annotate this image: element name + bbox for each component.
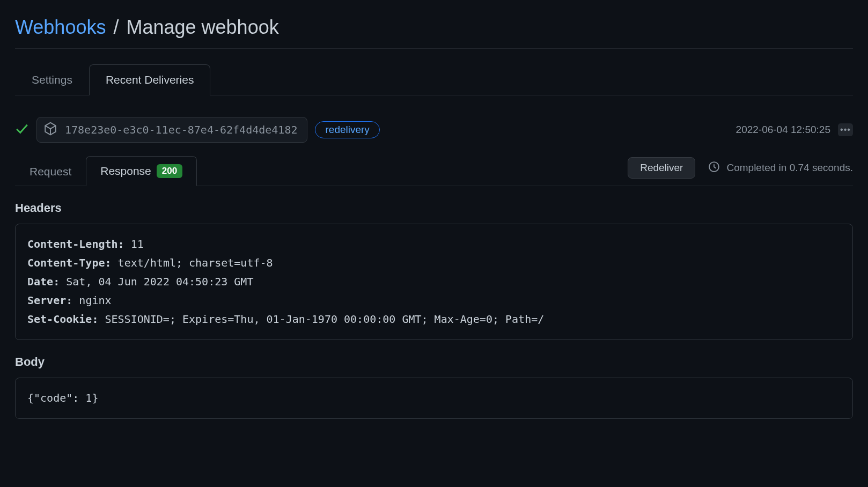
tab-recent-deliveries[interactable]: Recent Deliveries [89,64,211,95]
check-icon [15,122,29,138]
completed-text: Completed in 0.74 seconds. [726,162,853,174]
header-key: Set-Cookie: [27,313,98,326]
header-line: Set-Cookie: SESSIONID=; Expires=Thu, 01-… [27,310,841,329]
package-icon [43,122,57,138]
redeliver-button[interactable]: Redeliver [628,157,695,179]
delivery-menu-button[interactable]: ••• [838,123,853,136]
header-line: Content-Type: text/html; charset=utf-8 [27,254,841,272]
secondary-tabs: Request Response 200 [15,156,197,186]
status-badge: 200 [157,164,182,178]
tab-response[interactable]: Response 200 [86,156,197,186]
breadcrumb-separator: / [113,16,119,38]
breadcrumb-link-webhooks[interactable]: Webhooks [15,16,106,38]
tab-response-label: Response [100,165,151,178]
header-line: Server: nginx [27,291,841,310]
kebab-icon: ••• [840,125,851,135]
breadcrumb: Webhooks / Manage webhook [15,16,853,49]
body-title: Body [15,355,853,369]
header-value: text/html; charset=utf-8 [112,256,273,269]
header-line: Date: Sat, 04 Jun 2022 04:50:23 GMT [27,272,841,291]
body-box: {"code": 1} [15,378,853,419]
delivery-id: 178e23e0-e3c0-11ec-87e4-62f4d4de4182 [65,123,297,136]
breadcrumb-current: Manage webhook [126,16,278,38]
tab-settings[interactable]: Settings [15,64,89,95]
header-key: Date: [27,275,60,288]
headers-title: Headers [15,201,853,215]
header-line: Content-Length: 11 [27,235,841,254]
redelivery-badge: redelivery [315,121,379,138]
headers-box: Content-Length: 11Content-Type: text/htm… [15,224,853,340]
completed-info: Completed in 0.74 seconds. [708,161,853,175]
header-value: Sat, 04 Jun 2022 04:50:23 GMT [60,275,253,288]
delivery-timestamp: 2022-06-04 12:50:25 [736,124,830,136]
secondary-row: Request Response 200 Redeliver Completed… [15,156,853,186]
header-key: Content-Type: [27,256,112,269]
primary-tabs: Settings Recent Deliveries [15,64,853,95]
delivery-row: 178e23e0-e3c0-11ec-87e4-62f4d4de4182 red… [15,117,853,143]
tab-request[interactable]: Request [15,156,86,186]
header-value: 11 [124,238,144,250]
header-value: SESSIONID=; Expires=Thu, 01-Jan-1970 00:… [98,313,544,326]
delivery-chip[interactable]: 178e23e0-e3c0-11ec-87e4-62f4d4de4182 [36,117,307,143]
header-key: Server: [27,294,72,307]
clock-icon [708,161,720,175]
header-value: nginx [72,294,111,307]
header-key: Content-Length: [27,238,124,250]
